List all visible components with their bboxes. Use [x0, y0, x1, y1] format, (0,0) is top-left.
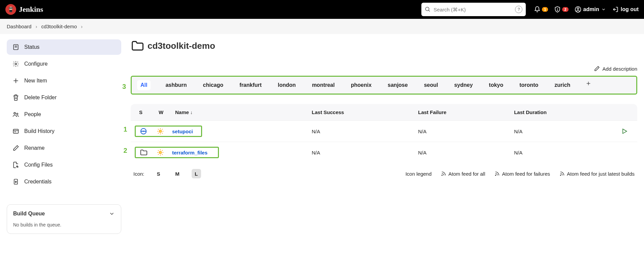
security-badge: 2	[562, 7, 568, 12]
size-m[interactable]: M	[173, 169, 182, 178]
sidebar-item-configure[interactable]: Configure	[7, 56, 121, 72]
play-icon	[621, 128, 628, 135]
feed-latest-link[interactable]: Atom feed for just latest builds	[559, 171, 635, 177]
jobs-table: S W Name↓ Last Success Last Failure Last…	[131, 104, 637, 163]
svg-point-32	[144, 131, 145, 132]
col-w[interactable]: W	[151, 104, 171, 121]
add-tab-button[interactable]	[585, 80, 592, 87]
logout-button[interactable]: log out	[612, 6, 639, 13]
sidebar-item-label: Credentials	[24, 179, 52, 185]
icon-legend-link[interactable]: Icon legend	[406, 171, 432, 177]
svg-rect-1	[9, 10, 12, 12]
sidebar-item-credentials[interactable]: Credentials	[7, 174, 121, 189]
sidebar-item-rename[interactable]: Rename	[7, 140, 121, 156]
feed-all-link[interactable]: Atom feed for all	[441, 171, 485, 177]
logo[interactable]: Jenkins	[5, 4, 43, 15]
sidebar-item-status[interactable]: Status	[7, 39, 121, 55]
svg-point-54	[560, 175, 561, 176]
svg-rect-24	[14, 179, 18, 184]
tab-toronto[interactable]: toronto	[518, 80, 540, 90]
breadcrumb-folder[interactable]: cd3toolkit-demo	[41, 24, 77, 29]
svg-line-49	[162, 154, 163, 155]
svg-line-38	[158, 129, 159, 130]
chevron-right-icon: ›	[35, 24, 37, 29]
tab-all[interactable]: All	[137, 80, 151, 90]
cell-last-success: N/A	[308, 121, 414, 142]
notifications-button[interactable]: 1	[534, 6, 548, 13]
svg-point-23	[17, 166, 18, 167]
svg-point-43	[159, 151, 161, 153]
queue-title: Build Queue	[13, 211, 45, 217]
svg-line-48	[158, 150, 159, 151]
sidebar-item-label: Status	[24, 44, 39, 50]
size-l[interactable]: L	[192, 169, 201, 178]
folder-icon	[131, 39, 143, 52]
sidebar-item-config-files[interactable]: Config Files	[7, 157, 121, 173]
weather-sunny-icon	[155, 128, 165, 135]
gear-icon	[12, 60, 20, 68]
add-description-button[interactable]: Add description	[594, 66, 637, 72]
cell-last-success: N/A	[308, 142, 414, 163]
tab-frankfurt[interactable]: frankfurt	[238, 80, 263, 90]
sidebar-item-people[interactable]: People	[7, 107, 121, 122]
col-last-success[interactable]: Last Success	[308, 104, 414, 121]
col-name[interactable]: Name↓	[171, 104, 308, 121]
search-icon	[425, 6, 431, 12]
sidebar-item-new-item[interactable]: New Item	[7, 73, 121, 89]
tab-tokyo[interactable]: tokyo	[488, 80, 505, 90]
tab-sanjose[interactable]: sanjose	[386, 80, 409, 90]
rss-icon	[559, 171, 565, 176]
svg-point-31	[143, 131, 144, 132]
svg-point-52	[442, 175, 443, 176]
feed-failures-link[interactable]: Atom feed for failures	[494, 171, 550, 177]
tab-london[interactable]: london	[277, 80, 297, 90]
view-tabs: 3 All ashburn chicago frankfurt london m…	[131, 76, 637, 95]
tab-phoenix[interactable]: phoenix	[350, 80, 373, 90]
tab-zurich[interactable]: zurich	[553, 80, 572, 90]
help-icon[interactable]: ?	[515, 6, 522, 13]
size-s[interactable]: S	[154, 169, 163, 178]
chevron-right-icon: ›	[81, 24, 83, 29]
col-s[interactable]: S	[131, 104, 151, 121]
bell-icon	[534, 6, 541, 13]
chevron-down-icon	[109, 211, 115, 217]
cell-last-duration: N/A	[510, 121, 617, 142]
svg-line-50	[158, 154, 159, 155]
breadcrumb: Dashboard › cd3toolkit-demo ›	[0, 19, 644, 34]
job-link-terraform-files[interactable]: terraform_files	[172, 150, 207, 155]
search-box[interactable]: ?	[421, 3, 526, 16]
credentials-icon	[12, 178, 20, 185]
run-button[interactable]	[621, 128, 633, 135]
page-title-text: cd3toolkit-demo	[148, 41, 215, 51]
sidebar-item-label: Build History	[24, 128, 55, 134]
sidebar-item-label: New Item	[24, 78, 47, 84]
logout-label: log out	[621, 6, 639, 12]
tab-sydney[interactable]: sydney	[453, 80, 474, 90]
build-queue-toggle[interactable]: Build Queue	[13, 211, 115, 217]
row-highlight: setupoci	[135, 126, 202, 137]
tab-seoul[interactable]: seoul	[423, 80, 440, 90]
job-link-setupoci[interactable]: setupoci	[172, 129, 193, 134]
trash-icon	[12, 94, 20, 101]
tab-chicago[interactable]: chicago	[202, 80, 225, 90]
tab-ashburn[interactable]: ashburn	[164, 80, 188, 90]
sidebar-item-delete-folder[interactable]: Delete Folder	[7, 90, 121, 105]
search-input[interactable]	[433, 7, 512, 12]
svg-point-18	[14, 112, 15, 114]
breadcrumb-dashboard[interactable]: Dashboard	[7, 24, 31, 29]
table-row: 2 terraform_files N/A N/A N/A	[131, 142, 637, 163]
sidebar-item-build-history[interactable]: Build History	[7, 124, 121, 139]
history-icon	[12, 128, 20, 135]
security-button[interactable]: 2	[554, 6, 568, 13]
sidebar: Status Configure New Item Delete Folder …	[7, 39, 121, 234]
svg-rect-20	[13, 129, 19, 133]
config-files-icon	[12, 161, 20, 169]
svg-point-13	[15, 63, 17, 65]
sidebar-item-label: Delete Folder	[24, 95, 57, 101]
tab-montreal[interactable]: montreal	[311, 80, 336, 90]
col-last-failure[interactable]: Last Failure	[414, 104, 510, 121]
svg-line-4	[429, 10, 430, 11]
table-row: 1 setupoci N/A N/A N/A	[131, 121, 637, 142]
user-menu[interactable]: admin	[575, 6, 606, 13]
col-last-duration[interactable]: Last Duration	[510, 104, 617, 121]
